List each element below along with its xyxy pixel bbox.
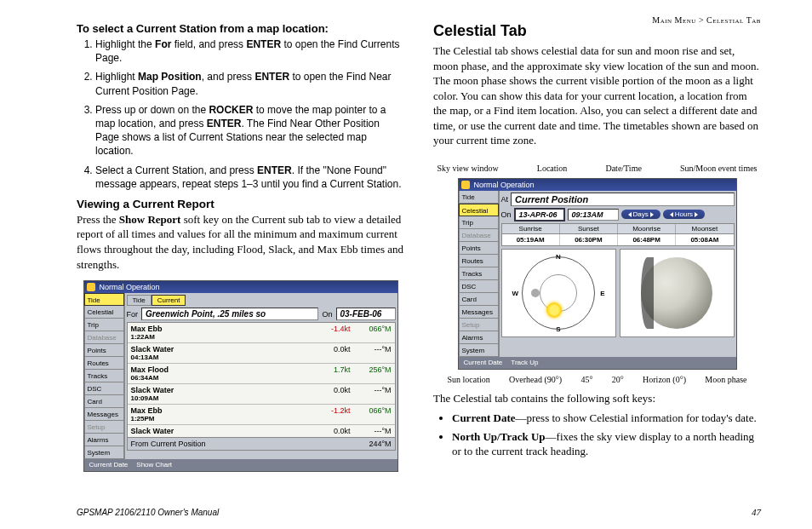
days-button[interactable]: Days xyxy=(621,210,660,219)
procedure-steps: Highlight the For field, and press ENTER… xyxy=(77,37,404,191)
sidebar-item[interactable]: Trip xyxy=(459,216,499,229)
sidebar-item[interactable]: Celestial xyxy=(459,204,499,216)
callout-label: Overhead (90°) xyxy=(509,375,562,384)
sidebar-item[interactable]: Tide xyxy=(459,191,499,204)
device2-sidebar: TideCelestialTripDatabasePointsRoutesTra… xyxy=(459,191,500,357)
sidebar-item[interactable]: Points xyxy=(84,344,124,357)
device-softkeys: Current DateShow Chart xyxy=(84,459,397,471)
on-field[interactable]: 03-FEB-06 xyxy=(336,308,396,320)
sidebar-item[interactable]: Alarms xyxy=(459,331,499,344)
procedure-lead: To select a Current Station from a map l… xyxy=(77,22,404,35)
sidebar-item[interactable]: System xyxy=(459,344,499,357)
event-header: Sunset xyxy=(560,224,618,233)
subtab[interactable]: Tide xyxy=(127,295,152,306)
time-field[interactable]: 09:13AM xyxy=(568,209,619,221)
callout-label: Location xyxy=(537,164,568,173)
device-screenshot-celestial: Normal Operation TideCelestialTripDataba… xyxy=(458,178,737,370)
callout-label: 20° xyxy=(612,375,624,384)
procedure-step: Press up or down on the ROCKER to move t… xyxy=(95,103,404,158)
softkeys-intro: The Celestial tab contains the following… xyxy=(433,391,761,406)
sidebar-item[interactable]: Messages xyxy=(84,408,124,421)
moon-marker-icon xyxy=(531,289,540,297)
section-heading: Celestial Tab xyxy=(433,22,761,40)
device-screenshot-currents: Normal Operation TideCelestialTripDataba… xyxy=(83,280,398,472)
softkey[interactable]: Current Date xyxy=(89,459,129,471)
table-row: Slack Water10:09AM0.0kt---°M xyxy=(128,384,395,405)
event-value: 06:30PM xyxy=(560,234,618,245)
footer-page-number: 47 xyxy=(752,507,761,517)
sidebar-item[interactable]: Routes xyxy=(84,357,124,370)
callout-label: Sun location xyxy=(448,375,490,384)
from-label: From Current Position xyxy=(131,440,369,448)
sidebar-item[interactable]: Setup xyxy=(459,319,499,331)
at-label: At xyxy=(501,195,509,204)
header-breadcrumb: Main Menu > Celestial Tab xyxy=(652,15,761,25)
list-item: North Up/Track Up—fixes the sky view dis… xyxy=(452,429,761,459)
footer-manual-title: GPSMAP 2106/2110 Owner's Manual xyxy=(77,508,219,517)
left-column: To select a Current Station from a map l… xyxy=(77,22,404,474)
sidebar-item[interactable]: DSC xyxy=(459,280,499,293)
sidebar-item[interactable]: Tracks xyxy=(84,370,124,382)
moon-phase-display xyxy=(620,249,735,337)
on-label-2: On xyxy=(501,210,512,219)
from-value: 244°M xyxy=(369,440,391,448)
callout-label: 45° xyxy=(580,375,592,384)
callout-label: Sun/Moon event times xyxy=(680,164,758,173)
sidebar-item[interactable]: Tracks xyxy=(459,267,499,280)
sidebar-item[interactable]: Card xyxy=(84,395,124,408)
sidebar-item[interactable]: System xyxy=(84,446,124,459)
device-subtabs: TideCurrent xyxy=(127,295,396,306)
date-field[interactable]: 13-APR-06 xyxy=(514,208,565,221)
moon-icon xyxy=(641,257,712,329)
sky-view-window: NS EW xyxy=(501,249,616,337)
on-label: On xyxy=(322,310,332,319)
sidebar-item[interactable]: DSC xyxy=(84,382,124,395)
for-field[interactable]: Greenwich Point, .25 miles so xyxy=(141,308,318,320)
procedure-step: Highlight the For field, and press ENTER… xyxy=(95,37,404,65)
sun-marker-icon xyxy=(546,302,562,318)
table-row: Max Ebb1:25PM-1.2kt066°M xyxy=(128,405,395,425)
device2-titlebar: Normal Operation xyxy=(459,179,736,191)
callout-label: Sky view window xyxy=(437,164,499,173)
event-value: 05:08AM xyxy=(676,234,733,245)
at-field[interactable]: Current Position xyxy=(511,193,734,206)
event-value: 06:48PM xyxy=(618,234,676,245)
softkey[interactable]: Track Up xyxy=(511,357,538,369)
event-header: Moonrise xyxy=(618,224,676,233)
hours-button[interactable]: Hours xyxy=(663,210,705,219)
current-data-table: Max Ebb1:22AM-1.4kt066°MSlack Water04:13… xyxy=(127,322,396,438)
right-column: Celestial Tab The Celestial tab shows ce… xyxy=(433,22,761,474)
event-headers: SunriseSunsetMoonriseMoonset xyxy=(501,223,735,234)
sidebar-item[interactable]: Celestial xyxy=(84,306,124,319)
sidebar-item[interactable]: Messages xyxy=(459,306,499,319)
sidebar-item[interactable]: Setup xyxy=(84,421,124,434)
event-header: Moonset xyxy=(676,224,733,233)
event-values: 05:19AM06:30PM06:48PM05:08AM xyxy=(501,234,735,246)
procedure-step: Highlight Map Position, and press ENTER … xyxy=(95,70,404,97)
sidebar-item[interactable]: Routes xyxy=(459,255,499,267)
event-value: 05:19AM xyxy=(502,234,560,245)
device-sidebar: TideCelestialTripDatabasePointsRoutesTra… xyxy=(84,293,125,459)
subsection-paragraph: Press the Show Report soft key on the Cu… xyxy=(77,212,404,272)
list-item: Current Date—press to show Celestial inf… xyxy=(452,411,761,426)
callouts-top: Sky view windowLocationDate/TimeSun/Moon… xyxy=(436,164,759,173)
softkeys-list: Current Date—press to show Celestial inf… xyxy=(433,411,761,459)
sidebar-item[interactable]: Points xyxy=(459,242,499,255)
sidebar-item[interactable]: Alarms xyxy=(84,434,124,446)
sidebar-item[interactable]: Tide xyxy=(84,293,124,306)
subsection-heading: Viewing a Current Report xyxy=(77,198,404,210)
device2-softkeys: Current DateTrack Up xyxy=(459,357,736,369)
event-header: Sunrise xyxy=(502,224,560,233)
softkey[interactable]: Current Date xyxy=(464,357,503,369)
sidebar-item[interactable]: Database xyxy=(84,331,124,344)
table-row: Slack Water04:13AM0.0kt---°M xyxy=(128,343,395,364)
sidebar-item[interactable]: Database xyxy=(459,229,499,242)
table-row: Slack Water0.0kt---°M xyxy=(128,425,395,437)
subtab[interactable]: Current xyxy=(152,295,186,306)
for-label: For xyxy=(127,310,139,319)
callout-label: Date/Time xyxy=(605,164,641,173)
sidebar-item[interactable]: Trip xyxy=(84,319,124,331)
sidebar-item[interactable]: Card xyxy=(459,293,499,306)
table-row: Max Ebb1:22AM-1.4kt066°M xyxy=(128,323,395,343)
softkey[interactable]: Show Chart xyxy=(136,459,172,471)
